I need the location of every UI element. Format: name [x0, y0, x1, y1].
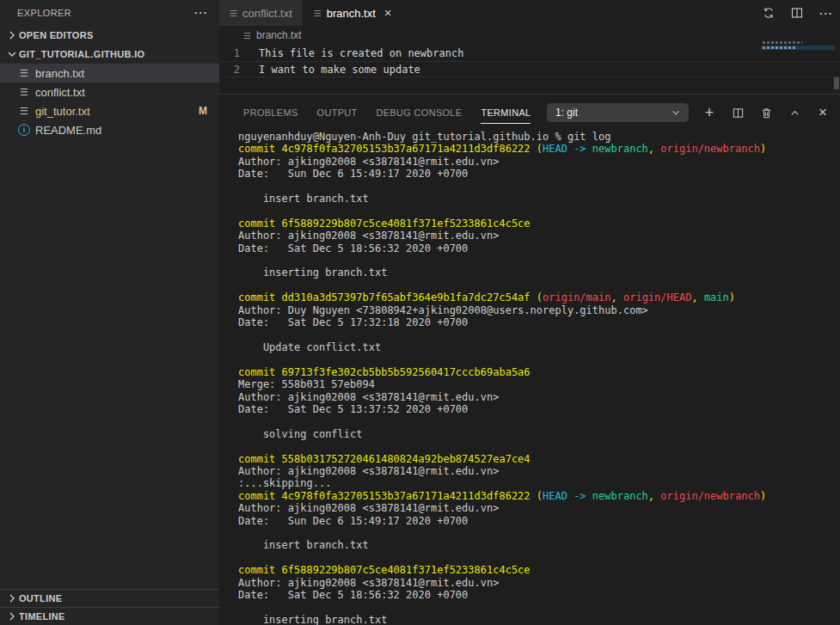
- line-text: This file is created on newbranch: [259, 47, 463, 59]
- terminal-line: Author: ajking02008 <s3878141@rmit.edu.v…: [238, 465, 840, 477]
- txt-file-icon: ☰: [230, 9, 237, 18]
- editor-scrollbar[interactable]: [834, 77, 839, 89]
- terminal-line: Author: ajking02008 <s3878141@rmit.edu.v…: [238, 502, 840, 514]
- outline-section[interactable]: OUTLINE: [0, 589, 219, 607]
- terminal-line: [238, 415, 840, 427]
- chevron-right-icon: [5, 610, 19, 623]
- txt-file-icon: ☰: [243, 31, 251, 40]
- terminal-line: commit 4c978f0fa32705153b37a67171a4211d3…: [238, 490, 840, 502]
- panel-tab-problems[interactable]: PROBLEMS: [243, 107, 298, 118]
- modified-badge: M: [199, 105, 207, 117]
- minimap-line: [763, 41, 802, 44]
- panel-tab-terminal[interactable]: TERMINAL: [481, 107, 530, 118]
- terminal-line: inserting branch.txt: [238, 267, 840, 279]
- file-name: git_tutor.txt: [35, 105, 90, 118]
- terminal-line: solving conflict: [238, 428, 840, 440]
- info-icon: i: [17, 124, 31, 136]
- panel-tab-debug-console[interactable]: DEBUG CONSOLE: [377, 107, 463, 118]
- terminal-line: [238, 254, 840, 267]
- line-text: I want to make some update: [259, 64, 420, 76]
- terminal-select-value: 1: git: [555, 107, 578, 119]
- more-actions-icon[interactable]: ⋯: [193, 9, 207, 17]
- split-editor-icon[interactable]: [789, 5, 805, 21]
- explorer-header: EXPLORER ⋯: [0, 0, 219, 26]
- split-terminal-icon[interactable]: [729, 104, 746, 121]
- tabs-container: ☰conflict.txt☰branch.txt×: [219, 0, 403, 26]
- terminal-line: [238, 181, 840, 193]
- chevron-down-icon: [5, 47, 19, 61]
- terminal-line: [238, 527, 840, 539]
- terminal-line: [238, 205, 840, 217]
- terminal-line: insert branch.txt: [238, 193, 840, 205]
- editor-group: ☰conflict.txt☰branch.txt× ⋯ ☰: [219, 0, 840, 625]
- terminal-line: commit dd310a3d57397b7f65abf364e9b1fa7dc…: [238, 291, 840, 303]
- new-terminal-icon[interactable]: +: [701, 104, 718, 121]
- file-item-README.md[interactable]: iREADME.md: [0, 120, 219, 139]
- terminal-line: Merge: 558b031 57eb094: [238, 378, 840, 390]
- timeline-section[interactable]: TIMELINE: [0, 607, 219, 625]
- terminal-line: Update conflict.txt: [238, 341, 840, 353]
- terminal-line: Date: Sat Dec 5 17:32:18 2020 +0700: [238, 316, 840, 328]
- close-tab-icon[interactable]: ×: [384, 8, 392, 18]
- file-name: README.md: [35, 124, 101, 137]
- terminal-line: inserting branch.txt: [238, 614, 840, 625]
- sidebar-bottom-sections: OUTLINE TIMELINE: [0, 589, 219, 625]
- open-editors-section[interactable]: OPEN EDITORS: [0, 26, 219, 45]
- txt-file-icon: ☰: [17, 106, 31, 117]
- txt-file-icon: ☰: [17, 68, 31, 79]
- code-line-2: 2I want to make some update: [219, 61, 840, 77]
- editor-lines: 1This file is created on newbranch2I wan…: [219, 45, 840, 77]
- terminal-line: Date: Sun Dec 6 15:49:17 2020 +0700: [238, 515, 840, 527]
- workspace-folder-label: GIT_TUTORIAL.GITHUB.IO: [19, 49, 144, 59]
- more-actions-icon[interactable]: ⋯: [818, 5, 833, 21]
- file-tree: ☰branch.txt☰conflict.txt☰git_tutor.txtMi…: [0, 64, 219, 139]
- terminal-line: Author: ajking02008 <s3878141@rmit.edu.v…: [238, 391, 840, 403]
- editor-tab-bar: ☰conflict.txt☰branch.txt× ⋯: [219, 0, 840, 26]
- workspace-folder-section[interactable]: GIT_TUTORIAL.GITHUB.IO: [0, 45, 219, 64]
- terminal-line: Author: ajking02008 <s3878141@rmit.edu.v…: [238, 577, 840, 589]
- txt-file-icon: ☰: [17, 87, 31, 98]
- terminal-output[interactable]: nguyenanhduy@Nguyen-Anh-Duy git_tutorial…: [238, 131, 840, 625]
- terminal-line: [238, 601, 840, 613]
- panel-tabs: PROBLEMSOUTPUTDEBUG CONSOLETERMINAL: [243, 95, 530, 131]
- tab-conflict.txt[interactable]: ☰conflict.txt: [219, 0, 304, 26]
- terminal-line: [238, 353, 840, 365]
- terminal-line: commit 558b031752720461480824a92beb87452…: [238, 453, 840, 465]
- minimap[interactable]: [761, 41, 835, 50]
- chevron-down-icon: [670, 107, 682, 119]
- terminal-line: :...skipping...: [238, 477, 840, 489]
- bottom-panel: PROBLEMSOUTPUTDEBUG CONSOLETERMINAL 1: g…: [219, 94, 840, 625]
- line-number: 2: [219, 64, 259, 76]
- terminal-line: [238, 552, 840, 564]
- terminal-line: insert branch.txt: [238, 539, 840, 551]
- timeline-label: TIMELINE: [19, 611, 65, 622]
- file-item-branch.txt[interactable]: ☰branch.txt: [0, 64, 219, 83]
- close-panel-icon[interactable]: ×: [814, 104, 831, 121]
- chevron-right-icon: [5, 28, 19, 42]
- minimap-current-line: [761, 46, 835, 50]
- explorer-sidebar: EXPLORER ⋯ OPEN EDITORS GIT_TUTORIAL.GIT…: [0, 0, 219, 625]
- open-changes-icon[interactable]: [761, 5, 776, 21]
- panel-tab-output[interactable]: OUTPUT: [317, 107, 358, 118]
- panel-header: PROBLEMSOUTPUTDEBUG CONSOLETERMINAL 1: g…: [219, 95, 840, 131]
- panel-actions: + ×: [701, 95, 831, 131]
- terminal-line: Date: Sat Dec 5 18:56:32 2020 +0700: [238, 242, 840, 254]
- terminal-line: commit 69713f3fe302cb5bb5b592560417cccb6…: [238, 366, 840, 378]
- breadcrumb[interactable]: ☰ branch.txt: [219, 26, 840, 45]
- tab-label: branch.txt: [327, 7, 376, 20]
- terminal-line: Author: ajking02008 <s3878141@rmit.edu.v…: [238, 156, 840, 168]
- tab-branch.txt[interactable]: ☰branch.txt×: [304, 0, 403, 26]
- file-item-git_tutor.txt[interactable]: ☰git_tutor.txtM: [0, 101, 219, 120]
- maximize-panel-icon[interactable]: [786, 104, 803, 121]
- terminal-line: Author: Duy Nguyen <73808942+ajking02008…: [238, 304, 840, 316]
- file-name: branch.txt: [35, 67, 84, 80]
- txt-file-icon: ☰: [314, 9, 322, 18]
- code-editor[interactable]: ☰ branch.txt 1This file is created on ne…: [219, 26, 840, 94]
- kill-terminal-icon[interactable]: [757, 104, 775, 121]
- terminal-line: [238, 440, 840, 452]
- terminal-line: [238, 279, 840, 291]
- terminal-line: Author: ajking02008 <s3878141@rmit.edu.v…: [238, 230, 840, 242]
- terminal-line: nguyenanhduy@Nguyen-Anh-Duy git_tutorial…: [238, 131, 840, 143]
- terminal-select[interactable]: 1: git: [547, 103, 689, 122]
- file-item-conflict.txt[interactable]: ☰conflict.txt: [0, 83, 219, 101]
